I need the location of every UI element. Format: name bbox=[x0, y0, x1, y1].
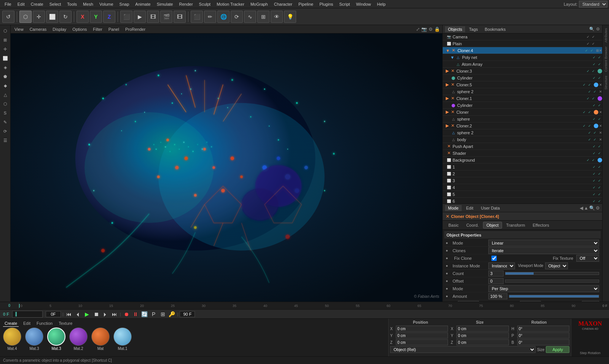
polynet-expand[interactable]: ▼ bbox=[450, 55, 454, 60]
obj-row-cloner5[interactable]: ▶ ✕ Cloner.5 ✓ ✓ ✕ bbox=[443, 81, 602, 88]
obj-lock-2[interactable]: ✓ bbox=[597, 171, 602, 176]
vp-camera-icon[interactable]: 📷 bbox=[421, 27, 427, 32]
lt-tool7[interactable]: ◆ bbox=[1, 81, 10, 90]
menu-simulate[interactable]: Simulate bbox=[154, 1, 176, 7]
clones-dropdown[interactable]: Iterate bbox=[488, 247, 599, 254]
lt-tool1[interactable]: ⬡ bbox=[1, 27, 10, 35]
vp-menu-view[interactable]: View bbox=[13, 26, 25, 32]
menu-window[interactable]: Window bbox=[353, 1, 374, 7]
strip-attributes[interactable]: Attributes bbox=[603, 27, 609, 44]
obj-row-5[interactable]: ⬜ 5 ✓ ✓ bbox=[443, 191, 602, 198]
goto-start-button[interactable]: ⏮ bbox=[65, 311, 73, 317]
offset-circle[interactable]: ● bbox=[446, 279, 451, 283]
count-slider[interactable] bbox=[505, 272, 599, 275]
obj-row-cloner[interactable]: ▶ ✕ Cloner ✓ ✓ ✕ bbox=[443, 109, 602, 116]
object-mode[interactable]: ⬛ bbox=[120, 11, 132, 23]
props-tab-effectors[interactable]: Effectors bbox=[529, 222, 552, 229]
menu-help[interactable]: Help bbox=[374, 1, 389, 7]
obj-lock-camera[interactable]: ✓ bbox=[591, 34, 596, 40]
obj-vis-cloner5[interactable]: ✓ bbox=[582, 82, 587, 87]
tool-film[interactable]: 🎞 bbox=[147, 11, 159, 23]
vp-menu-filter[interactable]: Filter bbox=[91, 26, 104, 32]
obj-tab-bookmarks[interactable]: Bookmarks bbox=[482, 26, 509, 32]
obj-lock-cloner4[interactable]: ✓ bbox=[589, 48, 595, 53]
menu-script[interactable]: Script bbox=[336, 1, 353, 7]
offset-input[interactable] bbox=[488, 278, 504, 284]
obj-vis-polynet[interactable]: ✓ bbox=[591, 55, 597, 60]
obj-row-cloner3[interactable]: ▶ ✕ Cloner.3 ✓ ✓ bbox=[443, 68, 602, 75]
props-userdata-tab[interactable]: User Data bbox=[478, 205, 503, 211]
end-frame-input[interactable] bbox=[180, 311, 195, 317]
tool-spline[interactable]: ∿ bbox=[244, 11, 256, 23]
mat-item-mat[interactable]: Mat bbox=[91, 327, 110, 351]
obj-row-cloner1[interactable]: ▶ ✕ Cloner.1 ✓ ✓ bbox=[443, 95, 602, 102]
fixclone-checkbox[interactable] bbox=[491, 256, 497, 261]
instancemode-circle[interactable]: ● bbox=[446, 264, 451, 268]
obj-row-cloner2[interactable]: ▶ ✕ Cloner.2 ✓ ✓ ✕ bbox=[443, 122, 602, 129]
lt-tool3[interactable]: ✛ bbox=[1, 45, 10, 53]
viewportmode-dropdown[interactable]: Object bbox=[545, 262, 568, 269]
obj-lock-3[interactable]: ✓ bbox=[597, 178, 602, 183]
lt-tool12[interactable]: ⟳ bbox=[1, 127, 10, 135]
instancemode-dropdown[interactable]: Instance bbox=[488, 262, 515, 269]
obj-vis-3[interactable]: ✓ bbox=[591, 178, 597, 183]
amount-circle[interactable]: ● bbox=[446, 294, 451, 298]
record-button[interactable]: ⏺ bbox=[123, 311, 130, 317]
vp-expand-icon[interactable]: ⤢ bbox=[416, 27, 420, 32]
obj-vis-5[interactable]: ✓ bbox=[591, 192, 597, 197]
vp-lock-icon[interactable]: 🔒 bbox=[434, 27, 440, 32]
menu-mograph[interactable]: MoGraph bbox=[247, 1, 271, 7]
mat-tab-function[interactable]: Function bbox=[35, 320, 54, 327]
props-settings-icon[interactable]: ⚙ bbox=[596, 205, 600, 211]
mode-dropdown[interactable]: Linear bbox=[488, 240, 599, 246]
loop-button[interactable]: 🔄 bbox=[141, 311, 148, 317]
menu-animate[interactable]: Animate bbox=[132, 1, 153, 7]
mat-item-3a[interactable]: Mat.3 bbox=[25, 327, 43, 351]
select-tool[interactable]: ⬡ bbox=[19, 11, 32, 23]
obj-tab-tags[interactable]: Tags bbox=[466, 26, 481, 32]
obj-vis-sph2a[interactable]: ✓ bbox=[587, 89, 592, 94]
obj-vis-cloner1[interactable]: ✓ bbox=[585, 96, 591, 101]
obj-vis-shader[interactable]: ✓ bbox=[591, 151, 597, 156]
menu-plugins[interactable]: Plugins bbox=[316, 1, 336, 7]
obj-lock-1[interactable]: ✓ bbox=[597, 164, 602, 170]
vp-menu-prorender[interactable]: ProRender bbox=[124, 26, 147, 32]
obj-lock-push[interactable]: ✓ bbox=[597, 144, 602, 149]
mat-item-1[interactable]: Mat.1 bbox=[113, 327, 132, 351]
layout-dropdown[interactable]: Standard bbox=[579, 1, 607, 8]
obj-lock-sph[interactable]: ✓ bbox=[597, 116, 602, 122]
props-tab-coord[interactable]: Coord. bbox=[463, 222, 482, 229]
lt-tool10[interactable]: S bbox=[1, 109, 10, 117]
obj-lock-cloner2[interactable]: ✓ bbox=[587, 123, 592, 129]
amount-input[interactable] bbox=[488, 293, 507, 299]
rot-p-input[interactable] bbox=[517, 332, 569, 339]
obj-row-polynet[interactable]: ▼ △ Poly net ✓ ✓ bbox=[443, 54, 602, 61]
obj-vis-camera[interactable]: ✓ bbox=[585, 34, 591, 40]
tool-bend[interactable]: ⟳ bbox=[231, 11, 243, 23]
tool-z[interactable]: Z bbox=[103, 11, 115, 23]
mode-circle[interactable]: ● bbox=[446, 241, 451, 245]
lt-tool13[interactable]: ☰ bbox=[1, 136, 10, 145]
menu-volume[interactable]: Volume bbox=[96, 1, 116, 7]
props-tab-object[interactable]: Object bbox=[483, 222, 502, 229]
obj-lock-5[interactable]: ✓ bbox=[597, 192, 602, 197]
tool-cube[interactable]: ⬛ bbox=[191, 11, 203, 23]
cloner-expand[interactable]: ▶ bbox=[446, 110, 449, 114]
lt-tool8[interactable]: △ bbox=[1, 91, 10, 99]
cloner5-expand[interactable]: ▶ bbox=[446, 82, 449, 87]
obj-vis-sph[interactable]: ✓ bbox=[591, 116, 597, 122]
tool-cam[interactable]: 👁 bbox=[271, 11, 283, 23]
menu-character[interactable]: Character bbox=[271, 1, 295, 7]
key-button[interactable]: 🔑 bbox=[168, 311, 176, 317]
menu-motion-tracker[interactable]: Motion Tracker bbox=[214, 1, 247, 7]
start-frame-input[interactable] bbox=[46, 311, 61, 317]
lt-tool4[interactable]: ⬜ bbox=[1, 54, 10, 62]
obj-row-2[interactable]: ⬜ 2 ✓ ✓ bbox=[443, 170, 602, 177]
stop-button[interactable]: ⏹ bbox=[92, 311, 100, 317]
prev-frame-button[interactable]: ⏴ bbox=[74, 311, 82, 317]
obj-lock-atomarray[interactable]: ✓ bbox=[597, 62, 602, 67]
obj-row-camera[interactable]: 📷 Camera ✓ ✓ bbox=[443, 33, 602, 40]
tool-grid[interactable]: ⊞ bbox=[257, 11, 269, 23]
rotate-tool[interactable]: ↻ bbox=[59, 11, 72, 23]
cloner4-expand[interactable]: ▼ bbox=[446, 48, 450, 53]
